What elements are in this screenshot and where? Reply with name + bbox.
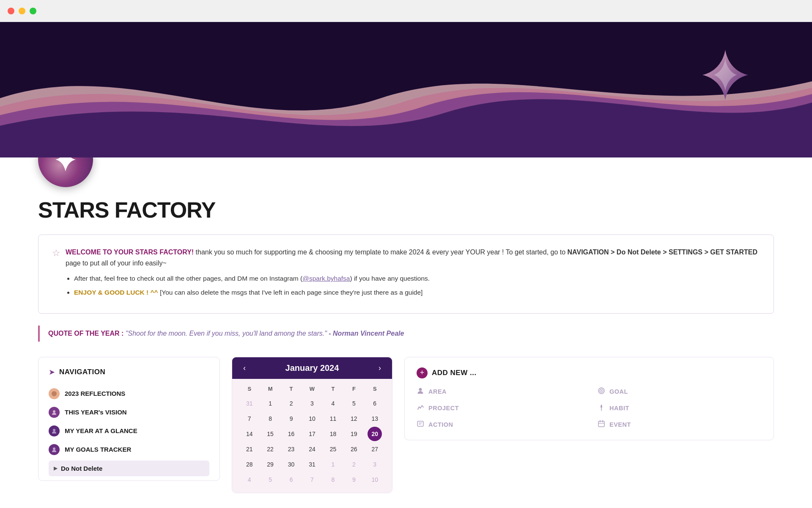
- cal-day-26[interactable]: 26: [347, 442, 361, 456]
- nav-header: ➤ NAVIGATION: [49, 367, 209, 377]
- cal-day-5-next[interactable]: 5: [263, 472, 277, 487]
- cal-day-11[interactable]: 11: [326, 411, 340, 426]
- nav-item-year-glance[interactable]: MY YEAR AT A GLANCE: [49, 422, 209, 440]
- cal-day-7[interactable]: 7: [242, 411, 257, 426]
- cal-day-3[interactable]: 3: [305, 396, 319, 411]
- cal-day-9-next[interactable]: 9: [347, 472, 361, 487]
- star-outline-icon: ☆: [52, 248, 60, 259]
- maximize-button[interactable]: [30, 8, 36, 14]
- event-icon: [598, 420, 605, 430]
- cal-day-9[interactable]: 9: [284, 411, 299, 426]
- add-project-item[interactable]: PROJECT: [417, 403, 581, 413]
- cal-day-8[interactable]: 8: [263, 411, 277, 426]
- cal-day-15[interactable]: 15: [263, 427, 277, 441]
- calendar-week-6: 4 5 6 7 8 9 10: [239, 472, 385, 487]
- area-icon: [417, 387, 424, 397]
- add-action-item[interactable]: ACTION: [417, 420, 581, 430]
- day-name-m: M: [260, 384, 280, 394]
- cal-day-13[interactable]: 13: [368, 411, 382, 426]
- calendar-next-button[interactable]: ›: [376, 364, 384, 373]
- quote-text: "Shoot for the moon. Even if you miss, y…: [126, 330, 404, 337]
- add-area-item[interactable]: AREA: [417, 387, 581, 397]
- goal-label: GOAL: [609, 388, 628, 395]
- nav-title: NAVIGATION: [59, 368, 105, 376]
- bottom-columns: ➤ NAVIGATION 2023 REFLECTIONS THIS YEAR'…: [38, 357, 774, 493]
- add-habit-item[interactable]: HABIT: [598, 403, 762, 413]
- calendar-days-header: S M T W T F S: [239, 384, 385, 394]
- cal-day-1-next[interactable]: 1: [326, 457, 340, 472]
- cal-day-31-prev[interactable]: 31: [242, 396, 257, 411]
- day-name-s2: S: [365, 384, 385, 394]
- minimize-button[interactable]: [19, 8, 25, 14]
- cal-day-3-next[interactable]: 3: [368, 457, 382, 472]
- svg-point-4: [53, 447, 55, 450]
- svg-rect-9: [417, 421, 423, 426]
- nav-do-not-delete-label: Do Not Delete: [61, 465, 102, 472]
- cal-day-28[interactable]: 28: [242, 457, 257, 472]
- window-chrome: [0, 0, 812, 22]
- area-label: AREA: [428, 388, 447, 395]
- cal-day-8-next[interactable]: 8: [326, 472, 340, 487]
- calendar-prev-button[interactable]: ‹: [241, 364, 248, 373]
- svg-rect-12: [598, 421, 604, 427]
- instagram-link[interactable]: @spark.byhafsa: [302, 275, 350, 282]
- cal-day-21[interactable]: 21: [242, 442, 257, 456]
- cal-day-14[interactable]: 14: [242, 427, 257, 441]
- nav-do-not-delete[interactable]: ▶ Do Not Delete: [49, 461, 209, 476]
- cal-day-30[interactable]: 30: [284, 457, 299, 472]
- day-name-w: W: [302, 384, 322, 394]
- cal-day-27[interactable]: 27: [368, 442, 382, 456]
- cal-day-10-next[interactable]: 10: [368, 472, 382, 487]
- star-decoration-large: [698, 47, 753, 102]
- page-title: STARS FACTORY: [38, 197, 774, 223]
- nav-icon-vision: [49, 407, 60, 418]
- day-name-s1: S: [239, 384, 260, 394]
- nav-item-goals[interactable]: MY GOALS TRACKER: [49, 440, 209, 459]
- nav-arrow-icon: ➤: [49, 367, 55, 377]
- header-banner: [0, 22, 812, 157]
- cal-day-23[interactable]: 23: [284, 442, 299, 456]
- cal-day-6-next[interactable]: 6: [284, 472, 299, 487]
- nav-label-goals: MY GOALS TRACKER: [65, 446, 131, 453]
- add-new-grid: AREA GOAL PROJECT: [417, 387, 762, 430]
- nav-item-vision[interactable]: THIS YEAR's VISION: [49, 403, 209, 422]
- cal-day-16[interactable]: 16: [284, 427, 299, 441]
- cal-day-25[interactable]: 25: [326, 442, 340, 456]
- cal-day-12[interactable]: 12: [347, 411, 361, 426]
- cal-day-2-next[interactable]: 2: [347, 457, 361, 472]
- close-button[interactable]: [8, 8, 14, 14]
- cal-day-29[interactable]: 29: [263, 457, 277, 472]
- cal-day-24[interactable]: 24: [305, 442, 319, 456]
- svg-point-5: [419, 388, 422, 391]
- cal-day-7-next[interactable]: 7: [305, 472, 319, 487]
- cal-day-2[interactable]: 2: [284, 396, 299, 411]
- day-name-f: F: [343, 384, 364, 394]
- cal-day-17[interactable]: 17: [305, 427, 319, 441]
- enjoy-text: ENJOY & GOOD LUCK ! ^^: [74, 289, 158, 296]
- cal-day-18[interactable]: 18: [326, 427, 340, 441]
- cal-day-31[interactable]: 31: [305, 457, 319, 472]
- cal-day-19[interactable]: 19: [347, 427, 361, 441]
- add-new-header: + ADD NEW ...: [417, 367, 762, 378]
- habit-icon: [598, 403, 605, 413]
- add-new-title: ADD NEW ...: [432, 369, 477, 377]
- add-event-item[interactable]: EVENT: [598, 420, 762, 430]
- cal-day-6[interactable]: 6: [368, 396, 382, 411]
- nav-item-reflections[interactable]: 2023 REFLECTIONS: [49, 384, 209, 403]
- calendar-week-1: 31 1 2 3 4 5 6: [239, 396, 385, 411]
- welcome-bullets: After that, feel free to check out all t…: [74, 273, 760, 298]
- cal-day-5[interactable]: 5: [347, 396, 361, 411]
- cal-day-4[interactable]: 4: [326, 396, 340, 411]
- add-goal-item[interactable]: GOAL: [598, 387, 762, 397]
- welcome-box: ☆ WELCOME TO YOUR STARS FACTORY! thank y…: [38, 235, 774, 314]
- cal-day-20-today[interactable]: 20: [368, 427, 382, 441]
- project-icon: [417, 403, 424, 413]
- calendar-month-title: January 2024: [285, 363, 339, 373]
- cal-day-4-next[interactable]: 4: [242, 472, 257, 487]
- nav-icon-reflections: [49, 388, 60, 399]
- nav-icon-goals: [49, 444, 60, 455]
- cal-day-22[interactable]: 22: [263, 442, 277, 456]
- cal-day-1[interactable]: 1: [263, 396, 277, 411]
- cal-day-10[interactable]: 10: [305, 411, 319, 426]
- svg-point-3: [53, 429, 55, 431]
